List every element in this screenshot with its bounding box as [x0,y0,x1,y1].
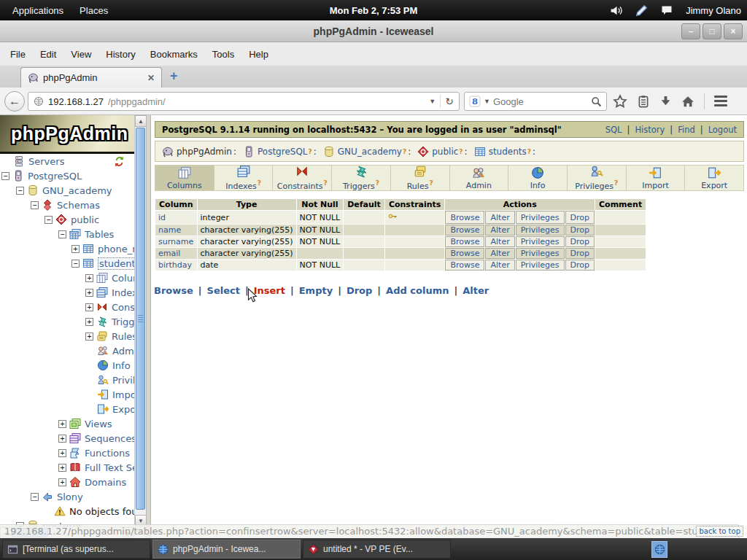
column-name-link[interactable]: email [158,249,180,258]
tab-triggers[interactable]: Triggers? [332,165,391,191]
help-question-link[interactable]: ? [403,148,406,155]
column-name-link[interactable]: id [158,213,166,222]
tab-info[interactable]: Info [508,165,568,191]
tab-import[interactable]: Import [627,165,686,191]
taskbar-item-phppgadmin-icewea[interactable]: phpPgAdmin - Icewea... [152,540,301,559]
tree-item-privile[interactable]: Privile [0,373,134,387]
reload-icon[interactable]: ↻ [445,96,454,107]
taskbar-item-terminal-as-superus[interactable]: [Terminal (as superus... [2,540,150,559]
row-action-drop[interactable]: Drop [570,237,589,246]
crumb-gnu-academy[interactable]: GNU_academy?: [323,146,411,158]
chat-bubble-icon[interactable] [661,4,673,16]
row-action-alter[interactable]: Alter [490,213,509,222]
menu-edit[interactable]: Edit [33,45,63,63]
tree-item-domains[interactable]: +Domains [0,475,134,489]
tree-item-no-objects-fou[interactable]: No objects fou [0,504,134,518]
tab-close-icon[interactable]: ✕ [147,73,155,83]
row-action-privileges[interactable]: Privileges [521,249,560,258]
help-question-link[interactable]: ? [258,179,261,187]
tree-item-students[interactable]: −students [0,256,134,271]
search-engine-dropdown-icon[interactable]: ▼ [484,98,490,105]
window-titlebar[interactable]: phpPgAdmin - Iceweasel – □ × [0,20,747,42]
downloads-icon[interactable] [659,95,672,107]
table-action-empty[interactable]: Empty [299,285,333,296]
tree-item-trigg[interactable]: +Trigg [0,314,134,329]
tree-item-info[interactable]: Info [0,358,134,373]
help-question-link[interactable]: ? [429,179,433,187]
scroll-up-icon[interactable]: ▲ [135,115,146,127]
expand-toggle-icon[interactable]: + [58,420,66,428]
url-bar[interactable]: 192.168.1.27 /phppgadmin/ ▼ ↻ [28,92,460,111]
tree-item-gnu-academy[interactable]: −GNU_academy [0,183,134,198]
frame-splitter[interactable] [146,115,151,538]
help-question-link[interactable]: ? [376,179,379,187]
row-action-browse[interactable]: Browse [450,260,479,270]
collapse-toggle-icon[interactable]: − [44,216,53,224]
row-action-privileges[interactable]: Privileges [521,260,560,270]
expand-toggle-icon[interactable]: + [85,274,93,282]
table-action-add-column[interactable]: Add column [386,285,449,296]
table-action-select[interactable]: Select [207,285,240,296]
search-icon[interactable] [591,96,602,107]
tree-item-colum[interactable]: +Colum [0,271,134,285]
tree-item-phone-n[interactable]: +phone_n [0,241,134,256]
menu-history[interactable]: History [98,45,142,63]
vertical-scroll-thumb[interactable] [136,128,145,510]
close-button[interactable]: × [724,23,743,39]
tree-item-full-text-se[interactable]: +Full Text Se [0,460,134,475]
sidebar-vertical-scrollbar[interactable]: ▲ ▼ [134,115,146,526]
new-tab-button[interactable]: + [170,69,178,84]
tree-item-expor[interactable]: Expor [0,402,134,416]
column-name-link[interactable]: birthday [158,260,192,270]
tree-item-servers[interactable]: Servers [0,154,134,168]
expand-toggle-icon[interactable]: + [85,318,93,326]
help-question-link[interactable]: ? [614,179,618,187]
tree-item-impor[interactable]: Impor [0,387,134,402]
crumb-phppgadmin[interactable]: phpPgAdmin: [162,146,236,158]
menu-view[interactable]: View [63,45,98,63]
row-action-alter[interactable]: Alter [490,249,509,258]
help-question-link[interactable]: ? [459,148,462,155]
collapse-toggle-icon[interactable]: − [1,172,9,180]
tree-item-postgresql[interactable]: −PostgreSQL [0,168,134,183]
tree-item-slony[interactable]: −Slony [0,489,134,504]
help-question-link[interactable]: ? [527,148,531,155]
collapse-toggle-icon[interactable]: − [16,187,24,195]
table-action-insert[interactable]: Insert [254,285,285,296]
collapse-toggle-icon[interactable]: − [58,230,66,238]
menu-hamburger-icon[interactable] [714,96,727,106]
topbar-link-find[interactable]: Find [678,125,695,135]
tab-admin[interactable]: Admin [450,165,509,191]
row-action-privileges[interactable]: Privileges [521,213,560,222]
maximize-button[interactable]: □ [703,23,721,39]
table-action-alter[interactable]: Alter [462,285,489,296]
expand-toggle-icon[interactable]: + [85,332,93,341]
taskbar-item-untitled-vp-pe-ev[interactable]: untitled * - VP PE (Ev... [303,540,451,559]
tab-columns[interactable]: Columns [155,165,214,191]
refresh-tree-button[interactable] [114,156,128,167]
menu-file[interactable]: File [3,45,33,63]
expand-toggle-icon[interactable]: + [58,478,66,486]
volume-icon[interactable] [610,4,622,17]
bookmarks-list-icon[interactable] [637,95,650,108]
row-action-drop[interactable]: Drop [570,225,589,235]
tree-item-sequences[interactable]: +Sequences [0,431,134,446]
minimize-button[interactable]: – [681,23,700,39]
row-action-drop[interactable]: Drop [570,213,589,222]
table-action-browse[interactable]: Browse [154,285,193,296]
url-dropdown-icon[interactable]: ▼ [429,98,436,105]
tree-item-functions[interactable]: +Functions [0,446,134,460]
user-menu[interactable]: Jimmy Olano [686,5,741,16]
browser-tab[interactable]: phpPgAdmin ✕ [20,67,162,88]
row-action-alter[interactable]: Alter [490,237,509,246]
row-action-browse[interactable]: Browse [450,249,479,258]
back-button[interactable]: ← [4,91,25,112]
search-bar[interactable]: 8 ▼ [464,92,607,111]
column-name-link[interactable]: name [158,225,181,235]
expand-toggle-icon[interactable]: + [71,245,80,253]
collapse-toggle-icon[interactable]: − [71,260,80,268]
expand-toggle-icon[interactable]: + [58,449,66,457]
topbar-link-logout[interactable]: Logout [708,125,737,135]
topbar-link-sql[interactable]: SQL [605,125,622,135]
row-action-drop[interactable]: Drop [570,249,589,258]
